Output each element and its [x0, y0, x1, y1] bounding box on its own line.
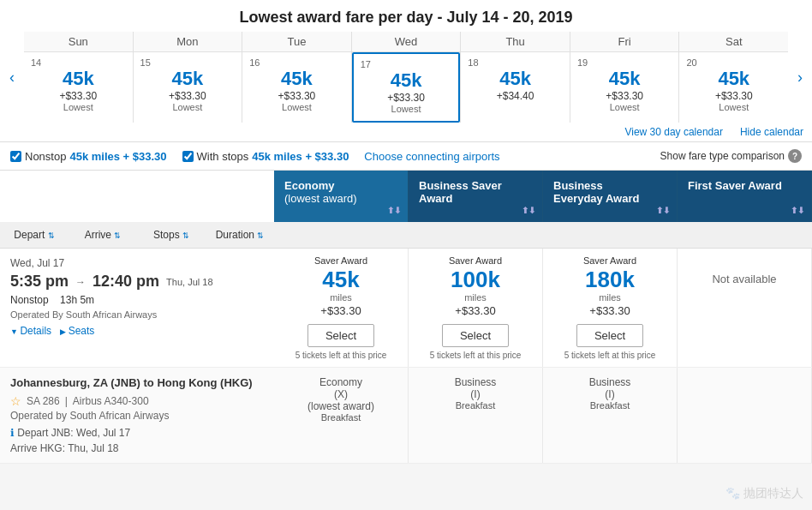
miles-big: 45k: [322, 267, 359, 292]
stops-duration: Nonstop 13h 5m: [10, 294, 264, 306]
biz-saver-header: Business SaverAward ⬆⬇: [409, 171, 543, 222]
day-cell[interactable]: 14 45k +$33.30 Lowest: [24, 52, 133, 119]
select-button-2[interactable]: Select: [576, 324, 643, 347]
biz-everyday-sort-icon[interactable]: ⬆⬇: [656, 206, 670, 215]
next-nav[interactable]: ›: [788, 32, 812, 123]
class-line: Business: [415, 376, 535, 388]
class-info: Economy(X)(lowest award): [281, 376, 401, 412]
award-type: Saver Award: [583, 255, 636, 266]
nonstop-checkbox[interactable]: [10, 151, 21, 162]
day-cell[interactable]: 17 45k +$33.30 Lowest: [352, 52, 461, 123]
depart-info-icon: ℹ: [10, 427, 15, 439]
tickets-left: 5 tickets left at this price: [564, 351, 656, 360]
calendar-title: Lowest award fare per day - July 14 - 20…: [0, 0, 812, 32]
col-header-label: Duration: [216, 229, 254, 241]
day-col-sat[interactable]: Sat 20 45k +$33.30 Lowest: [678, 32, 788, 123]
col-header-stops[interactable]: Stops ⇅: [137, 227, 206, 243]
select-button-0[interactable]: Select: [307, 324, 374, 347]
results-section: Economy(lowest award) ⬆⬇ Business SaverA…: [0, 171, 812, 464]
hide-calendar-link[interactable]: Hide calendar: [740, 126, 803, 138]
day-label: Lowest: [683, 102, 785, 112]
sort-icon: ⇅: [182, 231, 189, 240]
day-col-thu[interactable]: Thu 18 45k +$34.40: [460, 32, 570, 123]
col-header-duration[interactable]: Duration ⇅: [206, 227, 274, 243]
biz-saver-sort-icon[interactable]: ⬆⬇: [522, 206, 535, 215]
first-saver-header: First Saver Award ⬆⬇: [678, 171, 812, 222]
first-saver-header-label: First Saver Award: [688, 179, 782, 192]
flight-number: ☆ SA 286 | Airbus A340-300: [10, 394, 264, 408]
fare-compare-toggle[interactable]: Show fare type comparison ?: [660, 149, 802, 163]
with-stops-label: With stops: [197, 150, 249, 163]
day-num: 17: [357, 59, 456, 69]
col-header-label: Stops: [153, 229, 180, 241]
depart-info-text: Depart JNB: Wed, Jul 17: [17, 427, 130, 439]
day-col-sun[interactable]: Sun 14 45k +$33.30 Lowest: [24, 32, 133, 123]
detail-fare-cells: Economy(X)(lowest award) Breakfast Busin…: [274, 368, 812, 463]
details-button[interactable]: Details: [10, 325, 51, 337]
not-available-text: Not available: [712, 255, 776, 303]
day-cell[interactable]: 15 45k +$33.30 Lowest: [134, 52, 242, 119]
detail-fare-cell-1: Business(I) Breakfast: [409, 368, 543, 463]
arrive-time: 12:40 pm: [93, 273, 159, 291]
meal-info: Breakfast: [550, 400, 670, 411]
tickets-left: 5 tickets left at this price: [296, 351, 387, 360]
with-stops-checkbox[interactable]: [182, 151, 194, 162]
day-cell[interactable]: 16 45k +$33.30 Lowest: [242, 52, 351, 119]
economy-sort-icon[interactable]: ⬆⬇: [387, 206, 401, 215]
filter-left: Nonstop 45k miles + $33.30 With stops 45…: [10, 150, 500, 163]
first-saver-sort-icon[interactable]: ⬆⬇: [791, 206, 804, 215]
nonstop-filter[interactable]: Nonstop 45k miles + $33.30: [10, 150, 167, 163]
days-container: Sun 14 45k +$33.30 Lowest Mon 15 45k +$3…: [24, 32, 788, 123]
day-name: Tue: [242, 32, 351, 52]
choose-airports-link[interactable]: Choose connecting airports: [364, 150, 499, 163]
day-miles: 45k: [464, 68, 566, 90]
show-fare-label: Show fare type comparison: [660, 150, 785, 162]
view-30-day-link[interactable]: View 30 day calendar: [624, 126, 723, 138]
biz-everyday-header-label: BusinessEveryday Award: [553, 179, 639, 205]
day-cell[interactable]: 18 45k +$34.40: [461, 52, 570, 109]
info-icon[interactable]: ?: [788, 149, 802, 163]
fare-cell-3: Not available: [678, 249, 812, 367]
arrive-info-text: Arrive HKG: Thu, Jul 18: [10, 442, 119, 454]
detail-fare-cell-2: Business(I) Breakfast: [543, 368, 678, 463]
day-price: +$33.30: [357, 92, 456, 104]
with-stops-filter[interactable]: With stops 45k miles + $33.30: [182, 150, 349, 163]
prev-nav[interactable]: ‹: [0, 32, 24, 123]
day-name: Sat: [679, 32, 788, 52]
price-extra: +$33.30: [320, 304, 361, 317]
seats-button[interactable]: Seats: [60, 325, 94, 337]
class-line: Business: [550, 376, 670, 388]
sort-icon: ⇅: [48, 231, 55, 240]
day-col-tue[interactable]: Tue 16 45k +$33.30 Lowest: [242, 32, 351, 123]
price-extra: +$33.30: [589, 304, 630, 317]
day-col-wed[interactable]: Wed 17 45k +$33.30 Lowest: [351, 32, 461, 123]
calendar-section: Lowest award fare per day - July 14 - 20…: [0, 0, 812, 142]
economy-header: Economy(lowest award) ⬆⬇: [274, 171, 409, 222]
day-price: +$33.30: [27, 90, 129, 102]
col-header-arrive[interactable]: Arrive ⇅: [69, 227, 137, 243]
day-col-fri[interactable]: Fri 19 45k +$33.30 Lowest: [570, 32, 679, 123]
select-button-1[interactable]: Select: [442, 324, 509, 347]
with-stops-value: 45k miles + $33.30: [252, 150, 349, 163]
miles-label: miles: [599, 292, 621, 303]
tickets-left: 5 tickets left at this price: [430, 351, 522, 360]
biz-saver-header-label: Business SaverAward: [419, 179, 502, 205]
day-num: 15: [137, 57, 239, 68]
miles-label: miles: [330, 292, 352, 303]
col-headers-row: Depart ⇅Arrive ⇅Stops ⇅Duration ⇅: [0, 222, 812, 249]
col-header-label: Depart: [14, 229, 45, 241]
sort-icon: ⇅: [257, 231, 264, 240]
depart-time: 5:35 pm: [10, 273, 69, 291]
class-line: (I): [415, 388, 535, 400]
miles-big: 180k: [585, 267, 635, 292]
day-cell[interactable]: 20 45k +$33.30 Lowest: [679, 52, 788, 119]
day-col-mon[interactable]: Mon 15 45k +$33.30 Lowest: [133, 32, 242, 123]
class-line: (I): [550, 388, 670, 400]
miles-big: 100k: [451, 267, 500, 292]
fare-columns-header: Economy(lowest award) ⬆⬇ Business SaverA…: [274, 171, 812, 222]
fare-cells: Saver Award 45k miles +$33.30 Select 5 t…: [274, 249, 812, 367]
duration: 13h 5m: [60, 294, 94, 306]
aircraft: Airbus A340-300: [73, 395, 149, 407]
day-cell[interactable]: 19 45k +$33.30 Lowest: [570, 52, 679, 119]
col-header-depart[interactable]: Depart ⇅: [0, 227, 69, 243]
